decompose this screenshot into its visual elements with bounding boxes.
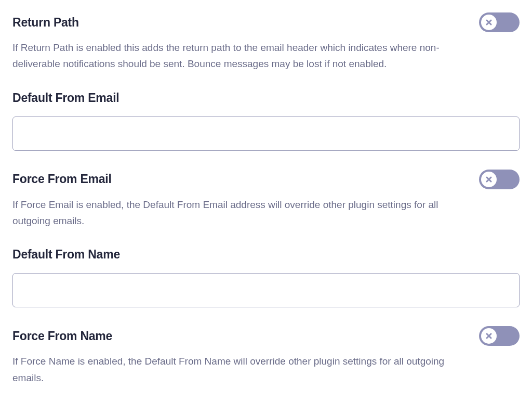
return-path-description: If Return Path is enabled this adds the … — [12, 40, 454, 72]
default-from-name-title: Default From Name — [12, 248, 120, 262]
return-path-setting: Return Path If Return Path is enabled th… — [12, 12, 520, 72]
force-from-email-setting: Force From Email If Force Email is enabl… — [12, 170, 520, 229]
default-from-email-input[interactable] — [12, 116, 520, 151]
toggle-thumb — [481, 172, 497, 187]
force-from-name-header-row: Force From Name — [12, 326, 520, 346]
toggle-thumb — [481, 15, 497, 30]
default-from-name-setting: Default From Name — [12, 248, 520, 307]
force-from-email-header-row: Force From Email — [12, 170, 520, 189]
default-from-email-setting: Default From Email — [12, 91, 520, 151]
default-from-name-input[interactable] — [12, 273, 520, 307]
default-from-email-title: Default From Email — [12, 91, 119, 105]
return-path-header-row: Return Path — [12, 12, 520, 32]
force-from-name-setting: Force From Name If Force Name is enabled… — [12, 326, 520, 386]
force-from-name-title: Force From Name — [12, 329, 112, 343]
return-path-toggle[interactable] — [479, 12, 520, 32]
close-icon — [486, 19, 492, 25]
force-from-name-toggle[interactable] — [479, 326, 520, 346]
force-from-name-description: If Force Name is enabled, the Default Fr… — [12, 353, 454, 386]
toggle-thumb — [481, 328, 497, 344]
close-icon — [486, 333, 492, 339]
return-path-title: Return Path — [12, 16, 79, 30]
close-icon — [486, 176, 492, 183]
default-from-name-header-row: Default From Name — [12, 248, 520, 262]
default-from-email-header-row: Default From Email — [12, 91, 520, 105]
force-from-email-toggle[interactable] — [479, 170, 520, 189]
force-from-email-title: Force From Email — [12, 172, 112, 186]
force-from-email-description: If Force Email is enabled, the Default F… — [12, 197, 454, 229]
